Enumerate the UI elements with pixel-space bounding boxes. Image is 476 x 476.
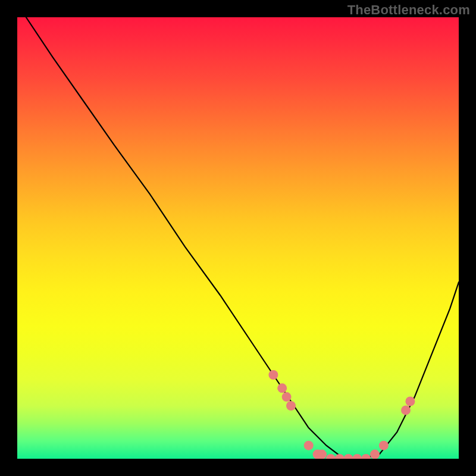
attribution-text: TheBottleneck.com bbox=[347, 2, 470, 18]
plot-area bbox=[17, 17, 459, 459]
gradient-background bbox=[17, 17, 459, 459]
chart-frame: TheBottleneck.com bbox=[0, 0, 476, 476]
